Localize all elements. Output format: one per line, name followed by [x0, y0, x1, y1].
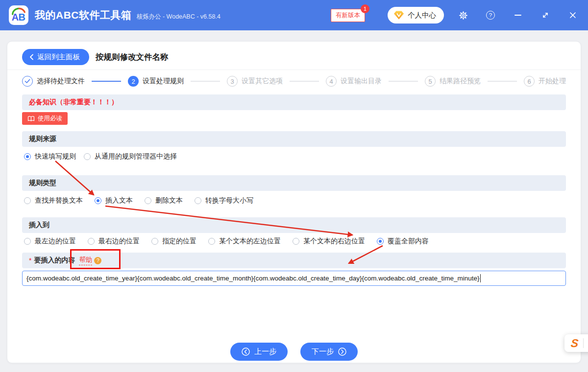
step-5: 5结果路径预览	[425, 76, 481, 87]
step-6: 6开始处理	[524, 76, 566, 87]
new-version-label: 有新版本	[336, 12, 360, 19]
minimize-icon	[514, 15, 521, 16]
rule-type-header: 规则类型	[22, 175, 566, 191]
must-read-button[interactable]: 使用必读	[22, 112, 68, 125]
notification-count-badge: 1	[361, 4, 369, 13]
resize-button[interactable]	[537, 7, 554, 23]
radio-dot	[195, 197, 201, 204]
radio-dot	[293, 238, 299, 245]
step-label: 开始处理	[539, 77, 566, 86]
step-number: 6	[524, 76, 535, 87]
step-2: 2设置处理规则	[128, 76, 184, 87]
svg-text:B: B	[18, 12, 25, 23]
radio-label: 覆盖全部内容	[388, 237, 429, 246]
diagonal-resize-icon	[541, 11, 550, 20]
radio-from-rule-manager[interactable]: 从通用的规则管理器中选择	[84, 152, 177, 161]
radio-label: 某个文本的左边位置	[219, 237, 281, 246]
radio-dot	[208, 238, 215, 245]
radio-dot	[88, 238, 95, 245]
gear-icon	[459, 11, 468, 20]
radio-label: 指定的位置	[162, 237, 196, 246]
radio-label: 删除文本	[155, 196, 183, 205]
open-book-icon	[27, 116, 35, 122]
radio-leftmost-position[interactable]: 最左边的位置	[24, 237, 76, 246]
user-center-label: 个人中心	[408, 11, 436, 20]
back-to-dashboard-button[interactable]: 返回到主面板	[22, 49, 89, 65]
app-subtitle: 核烁办公 - WodeABC - v6.58.4	[137, 13, 220, 21]
radio-label: 某个文本的右边位置	[303, 237, 365, 246]
radio-quick-fill-rule[interactable]: 快速填写规则	[24, 152, 76, 161]
radio-dot	[84, 153, 91, 160]
insert-content-value: {com.wodeabc.old_create_time_year}{com.w…	[26, 275, 480, 282]
help-button[interactable]: ?	[482, 7, 499, 23]
close-icon	[569, 11, 577, 19]
app-logo-icon: A B	[9, 5, 28, 25]
radio-delete-text[interactable]: 删除文本	[145, 196, 183, 205]
radio-right-of-text[interactable]: 某个文本的右边位置	[293, 237, 365, 246]
radio-dot	[145, 197, 151, 204]
radio-insert-text[interactable]: 插入文本	[95, 196, 133, 205]
radio-label: 快速填写规则	[35, 152, 76, 161]
help-link[interactable]: 帮助	[79, 256, 92, 265]
minimize-button[interactable]	[510, 7, 526, 23]
step-connector	[389, 81, 418, 82]
insert-to-header: 插入到	[22, 217, 566, 233]
new-version-badge[interactable]: 有新版本 1	[331, 9, 365, 22]
vip-gem-icon	[393, 10, 404, 20]
steps: 选择待处理文件2设置处理规则3设置其它选项4设置输出目录5结果路径预览6开始处理	[22, 76, 566, 87]
user-center-button[interactable]: 个人中心	[388, 7, 444, 23]
step-label: 设置处理规则	[143, 77, 184, 86]
step-3: 3设置其它选项	[227, 76, 283, 87]
must-read-label: 使用必读	[38, 115, 62, 123]
app-title: 我的ABC软件工具箱	[35, 8, 132, 22]
step-4: 4设置输出目录	[326, 76, 382, 87]
insert-to-options: 最左边的位置最右边的位置指定的位置某个文本的左边位置某个文本的右边位置覆盖全部内…	[22, 237, 566, 246]
radio-specified-position[interactable]: 指定的位置	[151, 237, 196, 246]
step-number: 3	[227, 76, 238, 87]
step-connector	[92, 81, 121, 82]
notice-bar: 必备知识（非常重要！！！）	[22, 94, 566, 110]
step-number: 4	[326, 76, 337, 87]
radio-left-of-text[interactable]: 某个文本的左边位置	[208, 237, 281, 246]
radio-dot	[95, 197, 101, 204]
back-button-label: 返回到主面板	[37, 52, 80, 62]
close-button[interactable]	[564, 7, 581, 23]
previous-step-label: 上一步	[254, 347, 276, 356]
radio-dot	[24, 197, 31, 204]
next-step-label: 下一步	[312, 347, 334, 356]
step-number: 5	[425, 76, 436, 87]
step-label: 选择待处理文件	[37, 77, 85, 86]
rule-source-options: 快速填写规则从通用的规则管理器中选择	[22, 152, 566, 161]
screenshot-tool-logo: S	[570, 338, 579, 349]
chevron-left-icon	[29, 54, 34, 60]
screenshot-tool-widget[interactable]: S	[564, 334, 588, 352]
radio-rightmost-position[interactable]: 最右边的位置	[88, 237, 140, 246]
circle-chevron-right-icon	[338, 348, 346, 356]
radio-label: 插入文本	[105, 196, 133, 205]
insert-content-input[interactable]: {com.wodeabc.old_create_time_year}{com.w…	[22, 271, 566, 286]
radio-dot	[377, 238, 384, 245]
required-asterisk: *	[29, 256, 31, 264]
previous-step-button[interactable]: 上一步	[230, 343, 288, 361]
rule-source-header: 规则来源	[22, 131, 566, 147]
radio-dot	[24, 153, 31, 160]
radio-label: 从通用的规则管理器中选择	[95, 152, 177, 161]
text-cursor	[480, 274, 481, 282]
radio-label: 转换字母大小写	[205, 196, 253, 205]
radio-convert-case[interactable]: 转换字母大小写	[195, 196, 253, 205]
step-connector	[191, 81, 220, 82]
radio-dot	[151, 238, 158, 245]
step-check-icon	[22, 76, 33, 87]
circle-chevron-left-icon	[242, 348, 250, 356]
widget-divider	[583, 338, 584, 348]
settings-button[interactable]	[455, 7, 471, 23]
step-label: 结果路径预览	[440, 77, 481, 86]
next-step-button[interactable]: 下一步	[300, 343, 358, 361]
radio-find-replace-text[interactable]: 查找并替换文本	[24, 196, 83, 205]
radio-dot	[24, 238, 31, 245]
radio-label: 查找并替换文本	[35, 196, 83, 205]
titlebar: A B 我的ABC软件工具箱 核烁办公 - WodeABC - v6.58.4 …	[0, 0, 588, 30]
radio-overwrite-all[interactable]: 覆盖全部内容	[377, 237, 429, 246]
insert-content-header: * 要插入的内容 帮助 ?	[22, 253, 566, 268]
step-connector	[488, 81, 517, 82]
